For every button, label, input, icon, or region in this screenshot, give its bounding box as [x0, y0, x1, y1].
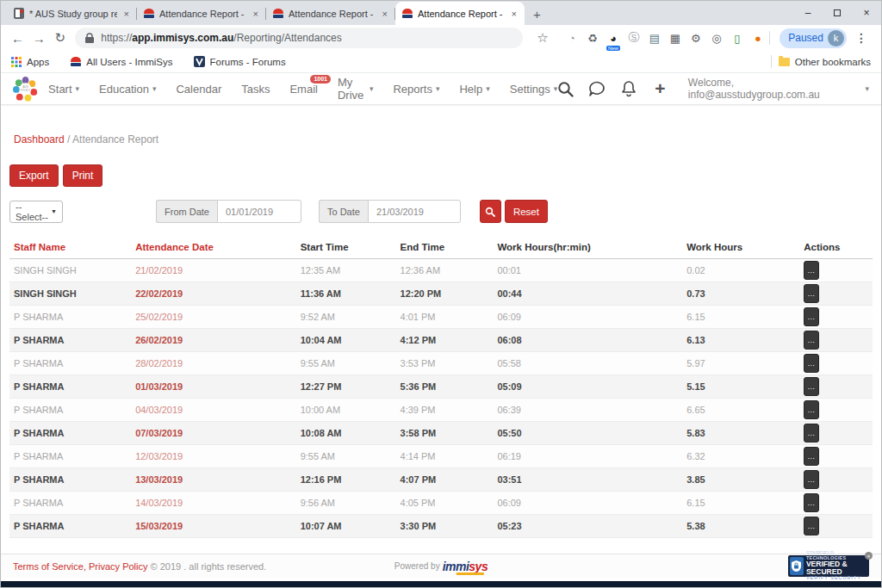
start-time-cell: 12:27 PM	[296, 375, 396, 399]
row-actions-button[interactable]: …	[804, 424, 819, 443]
dot-extension-icon[interactable]: ●	[750, 31, 765, 46]
from-date-group: From Date	[156, 200, 301, 223]
address-bar[interactable]: https://app.immisys.com.au/Reporting/Att…	[75, 28, 522, 48]
profile-avatar[interactable]: k	[828, 30, 844, 46]
actions-cell: …	[799, 422, 873, 445]
reset-button[interactable]: Reset	[505, 200, 548, 223]
ellipsis-icon: …	[807, 382, 816, 391]
tab-close-icon[interactable]: ×	[510, 9, 519, 19]
minimize-button[interactable]: –	[793, 7, 823, 19]
tab-aus-study-group[interactable]: * AUS Study group reporting tha ×	[8, 2, 137, 25]
recycle-extension-icon[interactable]: ♻	[585, 31, 599, 46]
back-button[interactable]: ←	[8, 31, 28, 46]
tab-title: * AUS Study group reporting tha	[29, 9, 117, 19]
copyright-text: © 2019 . all rights reserved.	[151, 561, 267, 572]
reload-button[interactable]: ↻	[51, 30, 71, 46]
new-tab-button[interactable]: +	[525, 7, 551, 25]
work-hours-min-cell: 05:09	[493, 375, 682, 399]
breadcrumb-separator: /	[67, 133, 70, 145]
row-actions-button[interactable]: …	[804, 493, 819, 512]
circle-extension-icon[interactable]: ◔	[564, 31, 579, 46]
staff-name-cell: P SHARMA	[9, 515, 131, 538]
verified-secured-badge[interactable]: STARFIELD TECHNOLOGIES VERIFIED & SECURE…	[788, 555, 869, 577]
from-date-input[interactable]	[217, 200, 301, 223]
tab-title: Attendance Report - ImmiSys	[289, 9, 376, 19]
work-hours-min-cell: 06:08	[493, 329, 682, 352]
gear-extension-icon[interactable]: ⚙	[688, 31, 703, 46]
row-actions-button[interactable]: …	[804, 331, 819, 350]
nav-item-email[interactable]: Email1001	[289, 83, 318, 96]
row-actions-button[interactable]: …	[804, 354, 819, 373]
export-button[interactable]: Export	[9, 164, 59, 187]
tab-close-icon[interactable]: ×	[122, 9, 131, 19]
nav-item-my-drive[interactable]: My Drive▾	[338, 76, 373, 102]
tab-close-icon[interactable]: ×	[252, 9, 260, 19]
header-staff-name[interactable]: Staff Name	[9, 238, 131, 259]
sync-paused-pill[interactable]: Paused k	[780, 28, 847, 48]
bookmark-apps[interactable]: Apps	[11, 57, 49, 67]
nav-item-start[interactable]: Start▾	[48, 83, 79, 96]
to-date-input[interactable]	[368, 200, 461, 223]
staff-name-cell: P SHARMA	[9, 352, 131, 375]
nav-item-tasks[interactable]: Tasks	[241, 83, 270, 96]
close-button[interactable]: ×	[852, 7, 881, 19]
other-bookmarks[interactable]: Other bookmarks	[779, 57, 871, 67]
row-actions-button[interactable]: …	[804, 261, 819, 280]
ellipsis-icon: …	[807, 289, 816, 298]
end-time-cell: 12:36 AM	[396, 259, 494, 282]
browser-menu-icon[interactable]: ⋮	[848, 31, 874, 45]
chat-icon[interactable]	[588, 80, 606, 97]
row-actions-button[interactable]: …	[804, 447, 819, 466]
search-icon[interactable]	[557, 80, 574, 97]
row-actions-button[interactable]: …	[804, 470, 819, 489]
document-extension-icon[interactable]: ▤	[647, 31, 662, 46]
row-actions-button[interactable]: …	[804, 284, 819, 303]
end-time-cell: 4:39 PM	[396, 399, 494, 422]
bookmark-all-users[interactable]: All Users - ImmiSys	[70, 56, 172, 67]
badge-close-icon[interactable]: ×	[865, 552, 873, 560]
powered-by: Powered by immisys	[394, 560, 488, 573]
nav-item-education[interactable]: Education▾	[99, 83, 156, 96]
nav-item-reports[interactable]: Reports▾	[393, 83, 439, 96]
tab-attendance-report-2[interactable]: Attendance Report - ImmiSys ×	[266, 2, 395, 25]
terms-of-service-link[interactable]: Terms of Service,	[13, 561, 86, 572]
row-actions-button[interactable]: …	[804, 377, 819, 396]
breadcrumb-dashboard-link[interactable]: Dashboard	[14, 133, 65, 145]
ellipsis-icon: …	[807, 522, 816, 530]
row-actions-button[interactable]: …	[804, 517, 819, 535]
quick-add-icon[interactable]: +	[652, 80, 668, 97]
to-date-label: To Date	[319, 200, 368, 223]
tab-attendance-report-1[interactable]: Attendance Report - ImmiSys ×	[137, 2, 266, 25]
toolbar-buttons: Export Print	[9, 164, 873, 187]
restore-button[interactable]	[823, 7, 852, 19]
search-button[interactable]	[480, 200, 501, 223]
grid-extension-icon[interactable]: ▦	[668, 31, 682, 46]
phone-extension-icon[interactable]: ▯	[730, 31, 744, 46]
attendance-date-cell: 14/03/2019	[131, 492, 296, 515]
nav-item-calendar[interactable]: Calendar	[176, 83, 221, 96]
staff-select-dropdown[interactable]: --Select-- ▼	[9, 201, 63, 223]
nav-item-help[interactable]: Help▾	[459, 83, 489, 96]
nav-item-settings[interactable]: Settings▾	[510, 83, 558, 96]
end-time-cell: 3:30 PM	[396, 515, 494, 538]
s-extension-icon[interactable]: Ⓢ	[626, 31, 641, 46]
notifications-bell-icon[interactable]	[620, 80, 637, 97]
privacy-policy-link[interactable]: Privacy Policy	[89, 561, 147, 572]
ellipsis-icon: …	[807, 313, 816, 321]
header-attendance-date[interactable]: Attendance Date	[131, 238, 296, 259]
bookmark-star-icon[interactable]: ☆	[533, 30, 553, 46]
print-button[interactable]: Print	[63, 164, 103, 187]
page-content: Dashboard / Attendance Report Export Pri…	[1, 133, 881, 538]
folder-icon	[779, 58, 790, 66]
row-actions-button[interactable]: …	[804, 400, 819, 419]
tab-close-icon[interactable]: ×	[381, 9, 389, 19]
welcome-account-menu[interactable]: Welcome, info@ausstudygroup.com.au ▾	[688, 77, 869, 101]
forward-button[interactable]: →	[29, 31, 49, 46]
tab-attendance-report-active[interactable]: Attendance Report - ImmiSys ×	[395, 2, 525, 25]
bookmark-forums[interactable]: Forums - Forums	[194, 56, 286, 67]
row-actions-button[interactable]: …	[804, 307, 819, 326]
actions-cell: …	[799, 445, 873, 468]
actions-cell: …	[799, 352, 873, 375]
camera-extension-icon[interactable]: ◎	[709, 31, 724, 46]
speedtest-extension-icon[interactable]: ◕New	[606, 31, 620, 46]
